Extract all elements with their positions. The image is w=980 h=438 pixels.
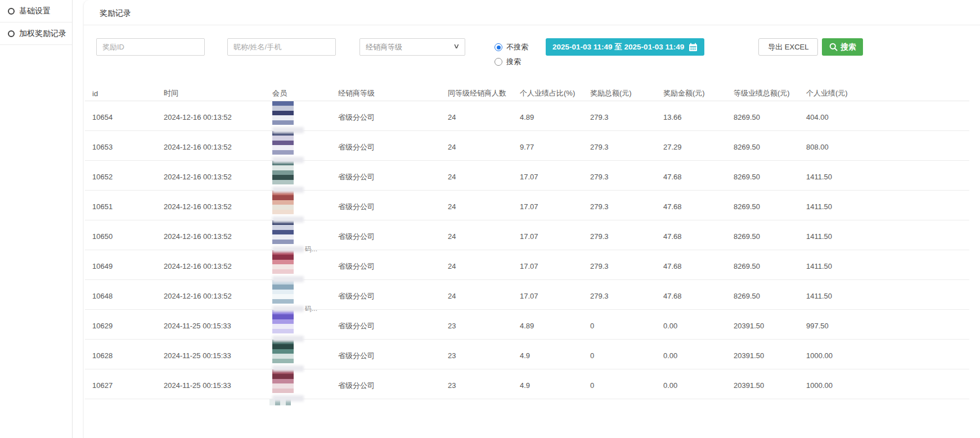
cell-personal_ratio: 17.07 [513, 202, 583, 211]
header-cell: 同等级经销商人数 [440, 88, 513, 98]
cell-level_total: 8269.50 [726, 143, 799, 151]
member-avatar [272, 250, 294, 274]
export-excel-button[interactable]: 导出 EXCEL [758, 38, 818, 56]
cell-personal_ratio: 17.07 [513, 232, 583, 241]
filter-bar: 经销商等级 ∨ 不搜索 搜索 2025-01-03 11:49 至 2025-0… [96, 38, 980, 67]
cell-level_total: 8269.50 [726, 173, 799, 181]
member-name-blur [272, 365, 304, 372]
cell-same_level_count: 24 [440, 173, 513, 181]
cell-time: 2024-11-25 00:15:33 [156, 351, 265, 360]
cell-id: 10650 [85, 232, 156, 241]
cell-reward_amount: 47.68 [656, 173, 726, 181]
cell-time: 2024-11-25 00:15:33 [156, 322, 265, 330]
header-cell: id [85, 89, 156, 98]
table-body: 106542024-12-16 00:13:52省级分公司244.89279.3… [85, 101, 969, 399]
cell-level: 省级分公司 [331, 142, 440, 152]
cell-member [265, 161, 331, 193]
cell-time: 2024-12-16 00:13:52 [156, 262, 265, 270]
header-cell: 奖励总额(元) [583, 88, 656, 98]
cell-reward_total: 279.3 [583, 232, 656, 241]
cell-level: 省级分公司 [331, 202, 440, 212]
search-button[interactable]: 搜索 [822, 38, 863, 56]
cell-time: 2024-12-16 00:13:52 [156, 113, 265, 121]
member-avatar [272, 101, 294, 125]
radio-search[interactable]: 搜索 [495, 57, 528, 67]
cell-same_level_count: 24 [440, 232, 513, 241]
member-search-input[interactable] [227, 38, 336, 56]
cell-reward_total: 279.3 [583, 113, 656, 121]
cell-personal_ratio: 4.9 [513, 351, 583, 360]
cell-id: 10648 [85, 292, 156, 300]
cell-reward_amount: 47.68 [656, 232, 726, 241]
calendar-icon [689, 43, 698, 52]
table-row: 106502024-12-16 00:13:52码...省级分公司2417.07… [85, 220, 969, 250]
cell-id: 10654 [85, 113, 156, 121]
member-avatar [272, 131, 294, 155]
cell-personal_ratio: 4.89 [513, 113, 583, 121]
cell-reward_total: 279.3 [583, 202, 656, 211]
member-name-blur [272, 306, 304, 312]
cell-reward_total: 279.3 [583, 292, 656, 300]
member-avatar [272, 369, 294, 393]
cell-id: 10649 [85, 262, 156, 270]
cell-personal: 1411.50 [799, 262, 969, 270]
cell-id: 10629 [85, 322, 156, 330]
cell-reward_total: 0 [583, 322, 656, 330]
cell-reward_amount: 13.66 [656, 113, 726, 121]
cell-same_level_count: 23 [440, 381, 513, 390]
cell-member: 码... [265, 220, 331, 252]
cell-time: 2024-12-16 00:13:52 [156, 202, 265, 211]
search-icon [829, 43, 838, 51]
radio-unselected-icon [495, 58, 502, 66]
cell-same_level_count: 24 [440, 262, 513, 270]
cell-id: 10653 [85, 143, 156, 151]
member-name-blur [272, 276, 304, 282]
cell-level: 省级分公司 [331, 261, 440, 272]
member-avatar [272, 191, 294, 214]
search-mode-radio-group: 不搜索 搜索 [495, 38, 528, 67]
cell-level: 省级分公司 [331, 232, 440, 242]
cell-personal_ratio: 9.77 [513, 143, 583, 151]
member-avatar [272, 310, 294, 333]
member-avatar [272, 220, 294, 244]
cell-time: 2024-12-16 00:13:52 [156, 232, 265, 241]
table-row: 106282024-11-25 00:15:33省级分公司234.900.002… [85, 340, 969, 369]
cell-personal: 1411.50 [799, 173, 969, 181]
reward-id-input[interactable] [96, 38, 205, 56]
cell-same_level_count: 23 [440, 322, 513, 330]
cell-reward_amount: 0.00 [656, 381, 726, 390]
table-row: 106272024-11-25 00:15:33省级分公司234.900.002… [85, 369, 969, 399]
radio-no-search[interactable]: 不搜索 [495, 42, 528, 52]
sidebar-item-weighted-reward-records[interactable]: 加权奖励记录 [0, 22, 72, 45]
header-cell: 时间 [156, 88, 265, 98]
cell-reward_amount: 47.68 [656, 202, 726, 211]
cell-reward_amount: 47.68 [656, 262, 726, 270]
cell-personal_ratio: 4.9 [513, 381, 583, 390]
cell-level_total: 8269.50 [726, 232, 799, 241]
sidebar-item-basic-settings[interactable]: 基础设置 [0, 0, 72, 22]
cell-id: 10652 [85, 173, 156, 181]
dealer-level-select[interactable]: 经销商等级 ∨ [359, 38, 465, 56]
cell-level_total: 20391.50 [726, 381, 799, 390]
cell-id: 10627 [85, 381, 156, 390]
table-row: 106292024-11-25 00:15:33省级分公司234.8900.00… [85, 310, 969, 340]
sidebar: 基础设置 加权奖励记录 [0, 0, 73, 438]
cell-time: 2024-11-25 00:15:33 [156, 381, 265, 390]
table-header: id时间会员经销商等级同等级经销商人数个人业绩占比(%)奖励总额(元)奖励金额(… [85, 86, 969, 101]
header-cell: 个人业绩(元) [799, 88, 969, 98]
member-avatar [272, 280, 294, 304]
cell-personal_ratio: 17.07 [513, 292, 583, 300]
table-row: 106542024-12-16 00:13:52省级分公司244.89279.3… [85, 101, 969, 131]
cell-reward_amount: 0.00 [656, 351, 726, 360]
cell-member [265, 191, 331, 223]
cell-time: 2024-12-16 00:13:52 [156, 173, 265, 181]
cell-level: 省级分公司 [331, 112, 440, 123]
cell-member [265, 250, 331, 282]
table-row: 106482024-12-16 00:13:52码...省级分公司2417.07… [85, 280, 969, 310]
cell-level: 省级分公司 [331, 351, 440, 361]
cell-member [265, 340, 331, 372]
member-avatar [272, 161, 294, 184]
cell-member [265, 131, 331, 163]
radio-no-search-label: 不搜索 [506, 42, 528, 52]
date-range-button[interactable]: 2025-01-03 11:49 至 2025-01-03 11:49 [546, 38, 704, 56]
